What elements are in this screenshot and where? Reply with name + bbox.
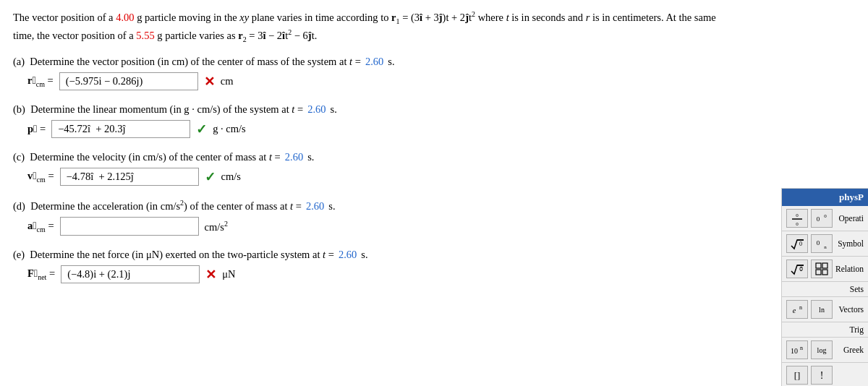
exp-btn[interactable]: e n bbox=[786, 300, 808, 319]
part-d-input[interactable] bbox=[60, 217, 199, 236]
part-e-var: F⃗net = bbox=[27, 267, 55, 281]
svg-text:n: n bbox=[800, 345, 803, 351]
svg-text:[]: [] bbox=[794, 370, 801, 381]
exclaim-btn[interactable]: ! bbox=[811, 366, 833, 385]
trig-label: Trig bbox=[789, 325, 864, 334]
panel-relation: 0̄ Relation bbox=[782, 257, 868, 282]
panel-operations: 0 0 0 0 Operati bbox=[782, 206, 868, 231]
svg-text:10: 10 bbox=[791, 347, 798, 355]
main-content: The vector position of a 4.00 g particle… bbox=[0, 0, 825, 305]
part-c-unit: cm/s bbox=[221, 171, 241, 183]
part-e-label: (e) Determine the net force (in μN) exer… bbox=[13, 249, 812, 261]
svg-rect-12 bbox=[822, 263, 827, 268]
extra-buttons: [] ! bbox=[786, 366, 833, 385]
part-e-status: ✕ bbox=[205, 267, 216, 283]
vectors-buttons: e n ln bbox=[786, 300, 833, 319]
part-c-answer-row: v⃗cm = ✓ cm/s bbox=[27, 168, 812, 186]
part-d-answer-row: a⃗cm = cm/s2 bbox=[27, 217, 812, 236]
part-d-unit: cm/s2 bbox=[205, 220, 228, 233]
svg-rect-13 bbox=[816, 270, 821, 275]
subscript-btn[interactable]: 0 n bbox=[811, 234, 833, 253]
svg-rect-14 bbox=[822, 270, 827, 275]
part-c-status: ✓ bbox=[205, 169, 216, 185]
panel-vectors: e n ln Vectors bbox=[782, 297, 868, 322]
svg-text:e: e bbox=[793, 306, 796, 314]
part-a-var: r⃗cm = bbox=[27, 74, 54, 88]
part-b-unit: g · cm/s bbox=[213, 123, 246, 135]
symbols-label: Symbol bbox=[835, 239, 864, 248]
relation-label: Relation bbox=[835, 265, 864, 273]
sqrt-btn[interactable]: 0 bbox=[786, 234, 808, 253]
panel-symbols: 0 0 n Symbol bbox=[782, 231, 868, 257]
svg-text:0̄: 0̄ bbox=[799, 266, 803, 273]
overline-sqrt-btn[interactable]: 0̄ bbox=[786, 260, 808, 278]
part-a-answer-row: r⃗cm = ✕ cm bbox=[27, 72, 812, 90]
mass1-val: 4.00 bbox=[116, 12, 134, 23]
intro-paragraph: The vector position of a 4.00 g particle… bbox=[13, 9, 812, 44]
symbol-buttons: 0 0 n bbox=[786, 234, 833, 253]
fraction-btn[interactable]: 0 0 bbox=[786, 209, 808, 228]
operations-buttons: 0 0 0 0 bbox=[786, 209, 833, 228]
part-a-input[interactable] bbox=[59, 72, 198, 90]
part-b-status: ✓ bbox=[196, 121, 207, 137]
part-b-answer-row: p⃗ = ✓ g · cm/s bbox=[27, 120, 812, 138]
ln-btn[interactable]: ln bbox=[811, 300, 833, 319]
part-a: (a) Determine the vector position (in cm… bbox=[13, 56, 812, 90]
part-c-input[interactable] bbox=[60, 168, 199, 186]
greek-buttons: 10 n log bbox=[786, 340, 833, 359]
part-a-status: ✕ bbox=[204, 74, 215, 90]
log-btn[interactable]: log bbox=[811, 340, 833, 359]
operations-label: Operati bbox=[835, 214, 864, 223]
vectors-label: Vectors bbox=[835, 305, 864, 314]
svg-rect-11 bbox=[816, 263, 821, 268]
part-b: (b) Determine the linear momentum (in g … bbox=[13, 103, 812, 138]
part-b-input[interactable] bbox=[51, 120, 190, 138]
part-e-input[interactable] bbox=[61, 265, 200, 283]
svg-text:0: 0 bbox=[817, 239, 820, 246]
greek-label: Greek bbox=[835, 346, 864, 354]
svg-text:0: 0 bbox=[796, 213, 799, 218]
svg-text:0: 0 bbox=[817, 215, 820, 223]
intro-text2: time, the vector position of a bbox=[13, 30, 136, 41]
svg-text:0: 0 bbox=[799, 241, 802, 247]
svg-text:0: 0 bbox=[824, 213, 827, 219]
relation-buttons: 0̄ bbox=[786, 260, 833, 278]
intro-text-mass1: g particle moving in the xy plane varies… bbox=[137, 12, 716, 23]
part-b-var: p⃗ = bbox=[27, 123, 46, 135]
part-c-var: v⃗cm = bbox=[27, 170, 54, 184]
part-a-unit: cm bbox=[221, 75, 234, 87]
intro-text-mass2: g particle varies as r2 = 3î − 2ît2 − 6ĵ… bbox=[155, 30, 318, 41]
part-e-answer-row: F⃗net = ✕ μN bbox=[27, 265, 812, 283]
panel-title: physP bbox=[782, 189, 868, 206]
svg-text:ln: ln bbox=[819, 306, 825, 314]
svg-text:log: log bbox=[817, 346, 827, 354]
power-of-10-btn[interactable]: 10 n bbox=[786, 340, 808, 359]
part-d-var: a⃗cm = bbox=[27, 220, 54, 233]
math-panel: physP 0 0 0 0 Operati bbox=[781, 188, 868, 386]
panel-trig: Trig bbox=[782, 322, 868, 338]
part-d: (d) Determine the acceleration (in cm/s2… bbox=[13, 199, 812, 236]
panel-sets: Sets bbox=[782, 282, 868, 297]
mass2-val: 5.55 bbox=[136, 30, 154, 41]
part-b-label: (b) Determine the linear momentum (in g … bbox=[13, 103, 812, 116]
sets-label: Sets bbox=[789, 285, 864, 293]
svg-text:!: ! bbox=[820, 370, 824, 381]
part-c: (c) Determine the velocity (in cm/s) of … bbox=[13, 151, 812, 186]
svg-text:n: n bbox=[799, 304, 802, 311]
part-e: (e) Determine the net force (in μN) exer… bbox=[13, 249, 812, 283]
matrix-btn[interactable] bbox=[811, 260, 833, 278]
svg-text:n: n bbox=[824, 244, 827, 250]
bracket-btn[interactable]: [] bbox=[786, 366, 808, 385]
part-a-label: (a) Determine the vector position (in cm… bbox=[13, 56, 812, 68]
part-e-unit: μN bbox=[222, 268, 235, 280]
panel-greek: 10 n log Greek bbox=[782, 338, 868, 363]
svg-text:0: 0 bbox=[796, 221, 799, 226]
superscript-btn[interactable]: 0 0 bbox=[811, 209, 833, 228]
panel-extra: [] ! bbox=[782, 363, 868, 386]
intro-text1: The vector position of a bbox=[13, 12, 116, 23]
part-c-label: (c) Determine the velocity (in cm/s) of … bbox=[13, 151, 812, 163]
part-d-label: (d) Determine the acceleration (in cm/s2… bbox=[13, 199, 812, 213]
